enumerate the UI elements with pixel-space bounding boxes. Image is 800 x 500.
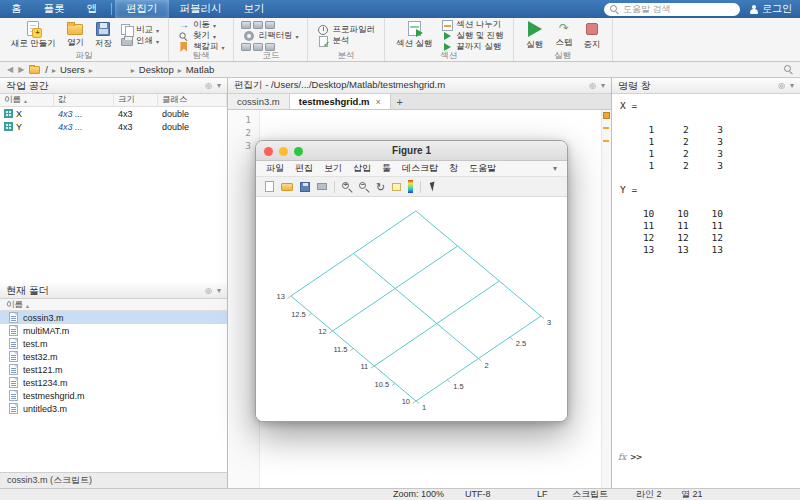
warning-indicator-icon[interactable] <box>603 112 610 119</box>
minimize-window-icon[interactable] <box>279 147 288 156</box>
panel-collapse-icon[interactable] <box>217 286 221 295</box>
step-button[interactable]: 스텝 <box>552 20 577 50</box>
panel-collapse-icon[interactable] <box>217 81 221 90</box>
run-and-advance-button[interactable]: 실행 및 진행 <box>439 31 505 41</box>
workspace-row[interactable]: Y 4x3 ... 4x3 double <box>0 120 227 133</box>
menu-help[interactable]: 도움말 <box>469 162 496 175</box>
folder-search-icon[interactable] <box>784 65 793 74</box>
zoom-in-icon[interactable] <box>342 182 349 189</box>
panel-menu-icon[interactable] <box>589 81 596 90</box>
breadcrumb-segment-desktop[interactable]: Desktop <box>139 64 174 75</box>
zoom-out-icon[interactable] <box>359 182 366 189</box>
column-class[interactable]: 클래스 <box>158 94 227 106</box>
print-figure-icon[interactable] <box>317 183 327 190</box>
warning-marker[interactable] <box>603 140 609 142</box>
find-button[interactable]: 찾기 <box>176 31 227 41</box>
tab-publish[interactable]: 퍼블리시 <box>169 0 233 18</box>
tab-view[interactable]: 보기 <box>233 0 276 18</box>
forward-arrow-icon[interactable] <box>18 62 24 78</box>
tab-apps[interactable]: 앱 <box>76 0 109 18</box>
message-indicator-bar <box>601 110 611 488</box>
panel-collapse-icon[interactable] <box>790 81 794 90</box>
edit-plot-arrow-icon[interactable] <box>430 181 438 191</box>
analyze-button[interactable]: 분석 <box>315 36 377 46</box>
mfile-icon <box>9 377 18 388</box>
current-folder-column-header[interactable]: 이름 <box>0 299 227 311</box>
open-file-icon[interactable] <box>281 183 293 191</box>
browse-folder-icon[interactable] <box>29 66 40 74</box>
back-arrow-icon[interactable] <box>7 62 13 78</box>
run-section-button[interactable]: 섹션 실행 <box>392 20 436 51</box>
panel-collapse-icon[interactable] <box>601 81 605 90</box>
chevron-down-icon[interactable] <box>553 164 557 173</box>
data-cursor-icon[interactable] <box>392 183 401 191</box>
menu-tools[interactable]: 툴 <box>382 162 391 175</box>
current-folder-panel: 현재 폴더 이름 cossin3.m multiMAT.m test.m tes… <box>0 283 228 472</box>
column-name[interactable]: 이름 <box>0 94 54 106</box>
file-row[interactable]: test.m <box>0 337 227 350</box>
mfile-icon <box>9 390 18 401</box>
login-button[interactable]: 로그인 <box>749 2 792 16</box>
section-break-button[interactable]: 섹션 나누기 <box>439 20 505 30</box>
maximize-window-icon[interactable] <box>294 147 303 156</box>
command-prompt[interactable]: fx >> <box>618 451 642 462</box>
figure-title-bar[interactable]: Figure 1 <box>256 141 567 161</box>
run-button[interactable]: 실행 <box>521 20 549 52</box>
search-icon <box>610 5 619 14</box>
file-row[interactable]: test121.m <box>0 363 227 376</box>
menu-edit[interactable]: 편집 <box>295 162 313 175</box>
breadcrumb-segment-root[interactable]: / <box>45 64 48 75</box>
menu-view[interactable]: 보기 <box>324 162 342 175</box>
panel-menu-icon[interactable] <box>205 286 212 295</box>
menu-window[interactable]: 창 <box>449 162 458 175</box>
editor-tab-cossin3[interactable]: cossin3.m <box>228 94 290 109</box>
rotate-3d-icon[interactable] <box>376 181 385 193</box>
save-button[interactable]: 저장 <box>91 20 116 51</box>
panel-menu-icon[interactable] <box>205 81 212 90</box>
doc-search-box[interactable]: 도움말 검색 <box>604 3 740 16</box>
workspace-row[interactable]: X 4x3 ... 4x3 double <box>0 107 227 120</box>
menu-desktop[interactable]: 데스크탑 <box>402 162 438 175</box>
open-button[interactable]: 열기 <box>63 20 88 50</box>
panel-menu-icon[interactable] <box>778 81 785 90</box>
figure-axes-canvas[interactable]: 1010.51111.51212.51311.522.53 <box>256 197 567 421</box>
close-window-icon[interactable] <box>264 147 273 156</box>
stop-button[interactable]: 중지 <box>580 20 605 52</box>
save-figure-icon[interactable] <box>300 182 310 192</box>
file-row[interactable]: cossin3.m <box>0 311 227 324</box>
tab-home[interactable]: 홈 <box>0 0 33 18</box>
prompt-chevrons: >> <box>630 451 641 462</box>
print-button[interactable]: 인쇄 <box>119 36 161 46</box>
command-window-body[interactable]: X = 1 2 3 1 2 3 1 2 3 1 2 3 Y = 10 10 10… <box>612 94 800 488</box>
tab-plots[interactable]: 플롯 <box>33 0 76 18</box>
close-icon[interactable] <box>376 96 381 107</box>
profiler-button[interactable]: 프로파일러 <box>315 25 377 35</box>
encoding-indicator: UTF-8 <box>465 489 491 500</box>
fx-icon[interactable]: fx <box>618 452 626 462</box>
file-row[interactable]: test1234.m <box>0 376 227 389</box>
goto-button[interactable]: 이동 <box>176 20 227 30</box>
new-figure-icon[interactable] <box>265 181 274 192</box>
menu-insert[interactable]: 삽입 <box>353 162 371 175</box>
new-script-button[interactable]: 새로 만들기 <box>7 20 60 51</box>
decrease-indent-icon[interactable] <box>265 21 275 29</box>
file-row[interactable]: test32.m <box>0 350 227 363</box>
file-row[interactable]: testmeshgrid.m <box>0 389 227 402</box>
menu-file[interactable]: 파일 <box>266 162 284 175</box>
warning-marker[interactable] <box>603 127 609 129</box>
refactor-button[interactable]: 리팩터링 <box>241 31 300 41</box>
editor-tab-testmeshgrid[interactable]: testmeshgrid.m <box>290 94 391 109</box>
colorbar-icon[interactable] <box>408 180 413 193</box>
column-size[interactable]: 크기 <box>114 94 158 106</box>
compare-button[interactable]: 비교 <box>119 25 161 35</box>
breadcrumb-segment-matlab[interactable]: Matlab <box>186 64 215 75</box>
new-tab-button[interactable] <box>391 94 409 109</box>
tab-editor[interactable]: 편집기 <box>115 0 169 18</box>
section-break-icon <box>442 20 453 31</box>
increase-indent-icon[interactable] <box>253 21 263 29</box>
file-row[interactable]: untitled3.m <box>0 402 227 415</box>
file-row[interactable]: multiMAT.m <box>0 324 227 337</box>
breadcrumb-segment-users[interactable]: Users <box>60 64 85 75</box>
smart-indent-icon[interactable] <box>241 21 251 29</box>
column-value[interactable]: 값 <box>54 94 114 106</box>
